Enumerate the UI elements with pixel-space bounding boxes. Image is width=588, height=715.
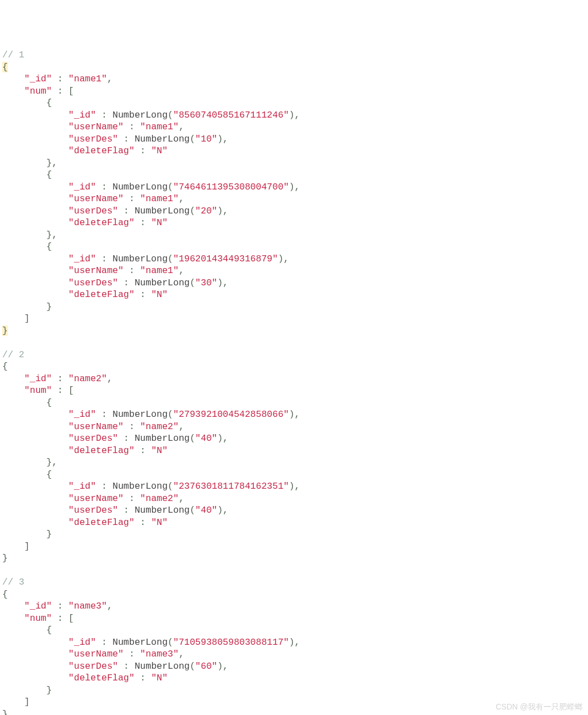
code-block: // 1 { "_id" : "name1", "num" : [ { "_id… bbox=[2, 49, 586, 715]
